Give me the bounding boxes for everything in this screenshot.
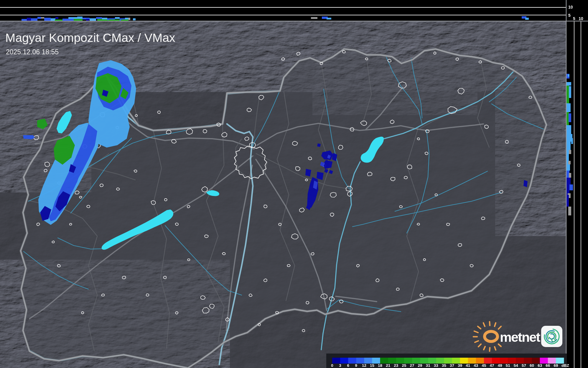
legend-color-step (532, 358, 540, 364)
legend-color-step (332, 358, 340, 364)
legend-tick: 0 (331, 363, 333, 368)
legend-color-step (356, 358, 364, 364)
legend-tick: 60 (530, 363, 534, 368)
top-profile-echo (102, 18, 107, 19)
legend-color-step (364, 358, 372, 364)
radar-echo (317, 143, 321, 147)
legend-color-step (420, 358, 428, 364)
right-profile-echo (569, 150, 571, 154)
legend-color-step (388, 358, 396, 364)
legend-tick-labels: 0369121518212325272931333537394143454749… (331, 363, 558, 368)
right-profile-echo (569, 86, 571, 98)
right-profile-echo (568, 207, 571, 215)
legend-tick: 66 (546, 363, 550, 368)
legend-tick: 21 (386, 363, 391, 368)
legend-tick: 45 (482, 363, 486, 368)
legend-color-step (540, 358, 548, 364)
top-profile-echo (27, 18, 31, 21)
top-axis-label-10: 10 (568, 5, 573, 9)
top-profile-echo (133, 18, 136, 20)
legend-color-step (556, 358, 564, 364)
top-profile-panel (0, 0, 566, 21)
legend-color-step (508, 358, 516, 364)
legend-tick: 39 (458, 363, 462, 368)
legend-color-segments (332, 358, 564, 364)
legend-color-step (412, 358, 420, 364)
radar-echo (523, 180, 528, 187)
right-profile-echo (566, 195, 569, 207)
map-area (0, 21, 566, 368)
legend-color-step (484, 358, 492, 364)
top-profile-echo (68, 19, 74, 21)
top-profile-echo (44, 18, 51, 21)
legend-color-step (460, 358, 468, 364)
legend-tick: 3 (339, 363, 341, 368)
legend-color-step (500, 358, 508, 364)
legend-tick: 31 (426, 363, 431, 368)
right-profile-echo (569, 113, 571, 122)
right-axis-label-5: 5 (573, 16, 575, 21)
top-profile-echo (327, 18, 331, 19)
top-profile-echo (311, 17, 317, 19)
right-profile-echo (566, 112, 569, 125)
legend-color-step (380, 358, 388, 364)
legend-tick: 49 (498, 363, 502, 368)
legend-tick: 25 (402, 363, 406, 368)
right-profile-echo (566, 150, 569, 162)
top-profile-echo (41, 17, 44, 19)
right-profile-echo (569, 173, 571, 178)
dbz-legend: 0369121518212325272931333537394143454749… (326, 354, 569, 368)
legend-color-step (428, 358, 436, 364)
legend-tick: 47 (490, 363, 494, 368)
logo-text: metnet (500, 330, 541, 345)
legend-tick: 37 (450, 363, 454, 368)
right-profile-echo (566, 103, 571, 112)
top-profile-echo (62, 19, 68, 21)
legend-tick: 18 (378, 363, 383, 368)
right-profile-echo (571, 138, 573, 144)
radar-app-window: 10 5 5 10 Magyar Kompozit CMax / VMax 20… (0, 0, 588, 368)
right-profile-echo (568, 74, 569, 77)
legend-tick: 43 (474, 363, 478, 368)
top-profile-echo (90, 18, 96, 21)
right-profile-echo (568, 161, 571, 164)
timestamp: 2025.12.06 18:55 (6, 48, 59, 56)
legend-tick: 29 (418, 363, 422, 368)
legend-color-step (452, 358, 460, 364)
legend-color-step (548, 358, 556, 364)
legend-tick: 12 (362, 363, 366, 368)
top-profile-echo (51, 18, 55, 21)
legend-tick: 57 (522, 363, 526, 368)
right-profile-panel (566, 0, 588, 368)
legend-color-step (396, 358, 404, 364)
legend-tick: 41 (466, 363, 470, 368)
radar-composite-canvas: 10 5 5 10 Magyar Kompozit CMax / VMax 20… (0, 0, 588, 368)
top-profile-echo (129, 18, 130, 20)
right-profile-echo (566, 86, 569, 103)
metnet-app-icon (541, 326, 562, 347)
top-profile-echo (525, 18, 529, 20)
legend-tick: 23 (394, 363, 398, 368)
legend-color-step (340, 358, 348, 364)
legend-tick: 54 (514, 363, 518, 368)
legend-tick: 9 (355, 363, 358, 368)
top-profile-echo (68, 17, 77, 19)
top-profile-echo (77, 17, 83, 19)
legend-color-step (492, 358, 500, 364)
legend-tick: 27 (410, 363, 414, 368)
legend-color-step (436, 358, 444, 364)
legend-color-step (468, 358, 476, 364)
top-profile-echo (125, 18, 129, 19)
right-profile-echo (566, 125, 571, 134)
legend-tick: 6 (347, 363, 349, 368)
legend-color-step (444, 358, 452, 364)
top-profile-echo (74, 19, 83, 21)
legend-color-step (348, 358, 356, 364)
legend-tick: 15 (370, 363, 375, 368)
legend-tick: 51 (506, 363, 510, 368)
top-profile-echo (37, 17, 41, 19)
right-axis-label-10: 10 (579, 16, 583, 21)
legend-color-step (476, 358, 484, 364)
top-profile-echo (86, 19, 89, 21)
right-profile-echo (566, 142, 571, 150)
